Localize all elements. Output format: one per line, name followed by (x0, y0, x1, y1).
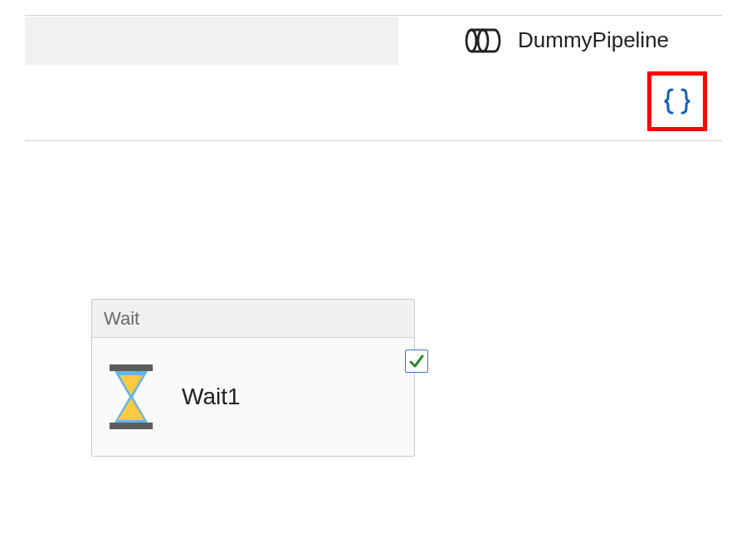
pipeline-title: DummyPipeline (518, 27, 669, 53)
header-bar: DummyPipeline (25, 15, 722, 65)
activity-type-label: Wait (104, 308, 139, 330)
json-code-button[interactable] (661, 85, 694, 118)
activity-card-header: Wait (92, 300, 414, 338)
json-braces-icon (661, 85, 694, 118)
activity-instance-name: Wait1 (182, 384, 241, 410)
svg-rect-2 (110, 364, 153, 371)
highlight-annotation (647, 71, 707, 131)
svg-point-0 (466, 30, 476, 51)
pipeline-breadcrumb[interactable]: DummyPipeline (465, 27, 669, 53)
svg-rect-3 (110, 423, 153, 429)
checkmark-icon (408, 353, 425, 369)
hourglass-icon (105, 364, 157, 429)
success-output-handle[interactable] (405, 350, 428, 373)
wait-activity-card[interactable]: Wait Wait1 (91, 299, 415, 457)
activity-card-body: Wait1 (92, 338, 414, 456)
search-input-placeholder[interactable] (25, 17, 398, 65)
svg-point-1 (478, 30, 488, 51)
pipeline-icon (465, 28, 501, 53)
toolbar (25, 66, 722, 141)
